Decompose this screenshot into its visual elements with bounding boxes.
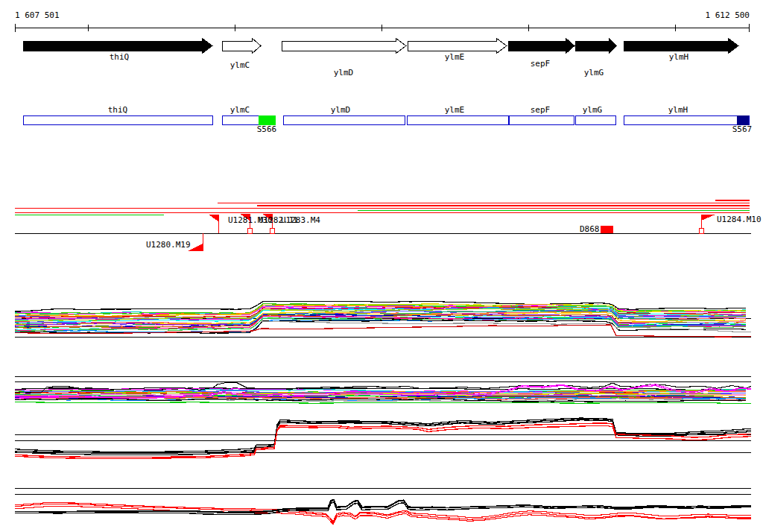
browser-canvas xyxy=(0,0,763,532)
gene-box-ylmE[interactable] xyxy=(408,116,509,125)
ruler-start-coordinate: 1 607 501 xyxy=(15,11,60,19)
gene-arrow-sepF[interactable] xyxy=(508,38,574,54)
gene-box-ylmC[interactable] xyxy=(223,116,259,125)
track4-red xyxy=(15,503,751,522)
marker-U1281.M30[interactable] xyxy=(209,215,219,233)
site-label-S566: S566 xyxy=(257,125,277,133)
gene-arrow-thiQ[interactable] xyxy=(23,38,212,54)
band2-green-bottom xyxy=(15,402,751,404)
gene-box-ylmD[interactable] xyxy=(284,116,405,125)
gene-arrow-label-ylmH: ylmH xyxy=(669,53,689,61)
marker-label-U1283-M4: U1283.M4 xyxy=(281,216,320,224)
marker-U1284.M10[interactable] xyxy=(699,215,715,233)
marker-label-D868: D868 xyxy=(580,225,600,233)
gene-box-thiQ[interactable] xyxy=(24,116,213,125)
gene-box-label-sepF: sepF xyxy=(531,106,551,114)
track3-black xyxy=(15,420,751,455)
gene-box-label-ylmE: ylmE xyxy=(445,106,465,114)
gene-arrow-label-ylmG: ylmG xyxy=(584,69,604,77)
gene-box-sepF[interactable] xyxy=(510,116,574,125)
marker-label-U1280-M19: U1280.M19 xyxy=(146,241,191,249)
gene-arrow-ylmE[interactable] xyxy=(408,38,507,54)
gene-box-ylmH[interactable] xyxy=(624,116,750,125)
gene-arrow-ylmG[interactable] xyxy=(575,38,616,54)
expression-band-lower xyxy=(15,388,746,402)
gene-arrow-label-thiQ: thiQ xyxy=(110,53,130,61)
gene-box-label-ylmH: ylmH xyxy=(668,106,688,114)
genome-browser-view: 1 607 501 1 612 500 thiQ ylmC ylmD ylmE … xyxy=(0,0,763,532)
site-label-S567: S567 xyxy=(732,125,753,133)
gene-arrow-ylmC[interactable] xyxy=(222,38,261,54)
gene-arrow-label-ylmE: ylmE xyxy=(445,53,465,61)
gene-arrow-label-sepF: sepF xyxy=(531,60,551,68)
gene-box-label-ylmG: ylmG xyxy=(583,106,603,114)
ruler-end-coordinate: 1 612 500 xyxy=(705,11,750,19)
expression-band-upper xyxy=(15,301,746,333)
gene-box-label-ylmC: ylmC xyxy=(230,106,250,114)
gene-arrow-ylmD[interactable] xyxy=(282,38,406,54)
marker-label-U1284-M10: U1284.M10 xyxy=(717,215,762,224)
track4-black xyxy=(15,499,751,512)
gene-box-label-ylmD: ylmD xyxy=(331,106,351,114)
gene-arrow-label-ylmC: ylmC xyxy=(230,61,250,69)
gene-arrow-label-ylmD: ylmD xyxy=(334,69,354,77)
gene-arrow-ylmH[interactable] xyxy=(624,38,738,54)
marker-D868[interactable] xyxy=(601,226,613,233)
gene-box-ylmG[interactable] xyxy=(576,116,616,125)
gene-box-label-thiQ: thiQ xyxy=(108,106,128,114)
